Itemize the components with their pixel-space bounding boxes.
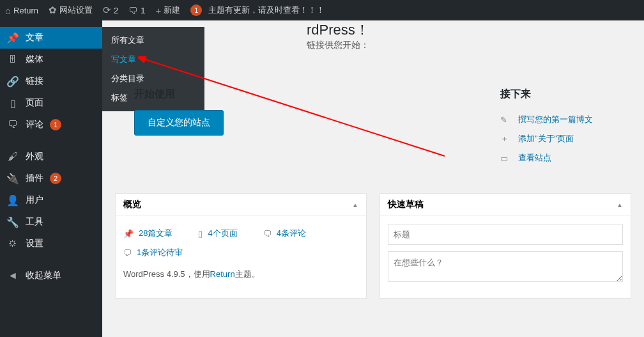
topbar-site-settings[interactable]: ✿ 网站设置 xyxy=(43,0,98,20)
sidebar-item-settings[interactable]: ⛭ 设置 xyxy=(0,233,102,255)
updates-count: 2 xyxy=(114,6,118,15)
user-icon: 👤 xyxy=(6,194,19,207)
sidebar-item-label: 链接 xyxy=(26,75,43,87)
sidebar-item-tools[interactable]: 🔧 工具 xyxy=(0,211,102,233)
comment-icon: 🗨 xyxy=(6,119,19,130)
admin-topbar: ⌂ Return ✿ 网站设置 ⟳ 2 🗨 1 + 新建 1 主题有更新，请及时… xyxy=(0,0,644,20)
media-icon: 🎚 xyxy=(6,54,19,65)
sidebar-item-appearance[interactable]: 🖌 外观 xyxy=(0,146,102,168)
comment-icon: 🗨 xyxy=(263,229,272,239)
panel-toggle-icon[interactable]: ▲ xyxy=(617,201,623,208)
sidebar-item-users[interactable]: 👤 用户 xyxy=(0,189,102,211)
panel-title: 概览 xyxy=(123,199,141,210)
next-item-label: 添加"关于"页面 xyxy=(518,133,574,145)
welcome-partial-sub: 链接供您开始： xyxy=(307,40,369,51)
sidebar-item-label: 收起菜单 xyxy=(26,270,61,281)
wp-version-line: WordPress 4.9.5，使用Return主题。 xyxy=(123,269,358,280)
comments-badge: 1 xyxy=(50,119,61,130)
gear-icon: ✿ xyxy=(49,4,57,16)
sidebar-item-pages[interactable]: ▯ 页面 xyxy=(0,92,102,114)
sidebar-item-label: 插件 xyxy=(26,173,43,184)
panel-toggle-icon[interactable]: ▲ xyxy=(352,201,358,208)
next-item-label: 撰写您的第一篇博文 xyxy=(518,114,593,125)
view-icon: ▭ xyxy=(500,153,512,163)
welcome-panel: 开始使用 自定义您的站点 接下来 ✎ 撰写您的第一篇博文 ＋ 添加"关于"页面 xyxy=(115,88,631,180)
comments-count: 1 xyxy=(141,6,145,15)
next-write-post[interactable]: ✎ 撰写您的第一篇博文 xyxy=(500,110,593,129)
topbar-new[interactable]: + 新建 xyxy=(151,0,186,20)
sidebar-item-links[interactable]: 🔗 链接 xyxy=(0,70,102,92)
sidebar-item-label: 外观 xyxy=(26,151,43,162)
page-icon: ▯ xyxy=(6,97,19,109)
pin-icon: 📌 xyxy=(6,32,19,44)
comment-icon: 🗩 xyxy=(123,248,132,258)
topbar-theme-notice[interactable]: 1 主题有更新，请及时查看！！！ xyxy=(185,0,330,20)
sidebar-item-label: 文章 xyxy=(26,32,43,43)
glance-comments[interactable]: 🗨4条评论 xyxy=(263,224,306,243)
glance-pages[interactable]: ▯4个页面 xyxy=(198,224,237,243)
notice-badge: 1 xyxy=(190,4,202,16)
next-heading: 接下来 xyxy=(500,88,593,101)
site-name: Return xyxy=(13,6,38,15)
settings-label: 网站设置 xyxy=(59,4,93,16)
next-add-about[interactable]: ＋ 添加"关于"页面 xyxy=(500,129,593,148)
glance-pending[interactable]: 🗩1条评论待审 xyxy=(123,243,183,262)
draft-content-textarea[interactable] xyxy=(388,251,623,282)
plus-icon: + xyxy=(156,5,162,16)
edit-icon: ✎ xyxy=(500,115,512,125)
sidebar-item-plugins[interactable]: 🔌 插件 2 xyxy=(0,168,102,189)
plug-icon: 🔌 xyxy=(6,173,19,185)
next-view-site[interactable]: ▭ 查看站点 xyxy=(500,148,593,168)
draft-title-input[interactable] xyxy=(388,224,623,245)
plus-icon: ＋ xyxy=(500,133,512,145)
sidebar-item-media[interactable]: 🎚 媒体 xyxy=(0,49,102,70)
page-icon: ▯ xyxy=(198,229,203,239)
collapse-icon: ◄ xyxy=(6,270,19,281)
plugins-badge: 2 xyxy=(50,173,61,184)
brush-icon: 🖌 xyxy=(6,151,19,162)
sidebar-item-label: 工具 xyxy=(26,216,43,228)
notice-text: 主题有更新，请及时查看！！！ xyxy=(208,4,325,16)
admin-sidebar: 📌 文章 🎚 媒体 🔗 链接 ▯ 页面 🗨 评论 1 🖌 外观 🔌 插件 2 xyxy=(0,20,102,337)
pin-icon: 📌 xyxy=(123,229,134,239)
sidebar-item-posts[interactable]: 📌 文章 xyxy=(0,27,102,49)
welcome-partial-title: rdPress！ xyxy=(307,20,369,40)
sidebar-item-label: 页面 xyxy=(26,97,43,109)
sidebar-item-label: 媒体 xyxy=(26,54,43,65)
home-icon: ⌂ xyxy=(5,5,11,16)
theme-link[interactable]: Return xyxy=(210,269,235,279)
start-heading: 开始使用 xyxy=(134,88,224,101)
refresh-icon: ⟳ xyxy=(103,4,111,16)
panel-title: 快速草稿 xyxy=(388,199,424,210)
sidebar-item-label: 设置 xyxy=(26,238,43,249)
sidebar-item-label: 评论 xyxy=(26,119,43,130)
sliders-icon: ⛭ xyxy=(6,238,19,249)
topbar-updates[interactable]: ⟳ 2 xyxy=(98,0,123,20)
link-icon: 🔗 xyxy=(6,75,19,88)
sidebar-item-comments[interactable]: 🗨 评论 1 xyxy=(0,114,102,136)
sidebar-item-label: 用户 xyxy=(26,194,43,206)
comment-icon: 🗨 xyxy=(128,5,138,16)
quick-draft-panel: 快速草稿 ▲ xyxy=(379,193,631,299)
wrench-icon: 🔧 xyxy=(6,216,19,228)
sidebar-item-collapse[interactable]: ◄ 收起菜单 xyxy=(0,265,102,286)
topbar-site-link[interactable]: ⌂ Return xyxy=(0,0,43,20)
next-item-label: 查看站点 xyxy=(518,152,551,164)
glance-posts[interactable]: 📌28篇文章 xyxy=(123,224,172,243)
topbar-comments[interactable]: 🗨 1 xyxy=(123,0,150,20)
customize-site-button[interactable]: 自定义您的站点 xyxy=(134,110,224,136)
new-label: 新建 xyxy=(164,4,180,16)
dashboard-content: rdPress！ 链接供您开始： 开始使用 自定义您的站点 接下来 ✎ 撰写您的… xyxy=(102,20,644,337)
at-a-glance-panel: 概览 ▲ 📌28篇文章 ▯4个页面 🗨4条评论 🗩1条评论待审 WordPres… xyxy=(115,193,367,299)
